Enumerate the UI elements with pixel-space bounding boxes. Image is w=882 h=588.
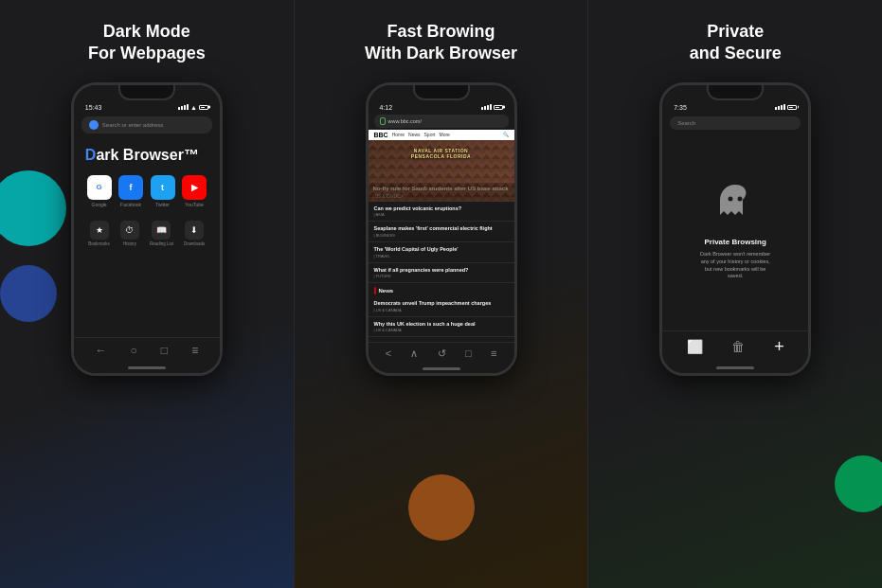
app-icon-twitter[interactable]: t Twitter <box>151 175 175 207</box>
phone-notch-2 <box>413 85 470 100</box>
phone-screen-1: 15:43 ▲ Search or enter <box>74 85 220 373</box>
status-icons-3 <box>775 104 797 110</box>
accent-circle-teal2 <box>835 455 882 512</box>
panel-dark-mode: Dark Mode For Webpages 15:43 ▲ <box>0 0 294 588</box>
bookmarks-label: Bookmarks <box>88 241 110 246</box>
news-item-0[interactable]: Can we predict volcanic eruptions? | ASI… <box>369 202 514 223</box>
news-section-label: News <box>379 288 394 294</box>
accent-circle-teal <box>0 170 66 246</box>
google-app-icon: G <box>87 175 112 200</box>
phone-notch-1 <box>118 85 175 100</box>
google-icon <box>89 120 99 130</box>
reading-list-icon: 📖 <box>152 221 171 240</box>
home-indicator-3 <box>716 366 754 369</box>
downloads-icon: ⬇ <box>185 221 204 240</box>
bookmarks-icon: ★ <box>90 221 109 240</box>
menu-icon-2[interactable]: ≡ <box>491 347 496 360</box>
tabs-icon-2[interactable]: □ <box>465 347 472 360</box>
refresh-icon-2[interactable]: ↺ <box>438 347 446 360</box>
twitter-app-icon: t <box>151 175 175 200</box>
status-icons-1: ▲ <box>178 104 208 111</box>
news-item-3[interactable]: What if all pregnancies were planned? | … <box>369 263 514 284</box>
back-icon-2[interactable]: < <box>386 347 391 360</box>
phone-mockup-2: 4:12 www.bbc.com/ <box>366 82 517 376</box>
app-icon-youtube[interactable]: ▶ YouTube <box>182 175 207 207</box>
battery-icon-2 <box>494 105 503 110</box>
home-indicator-1 <box>128 366 166 369</box>
back-icon[interactable]: ← <box>95 344 106 357</box>
news-item-2[interactable]: The 'World Capital of Ugly People' | TRA… <box>369 242 514 263</box>
panel-3-heading: Private and Secure <box>690 21 782 65</box>
panel-3-heading-line2: and Secure <box>690 44 782 62</box>
url-bar[interactable]: www.bbc.com/ <box>374 115 509 128</box>
phone-mockup-1: 15:43 ▲ Search or enter <box>71 82 223 376</box>
menu-icon[interactable]: ≡ <box>191 344 198 357</box>
app-icon-facebook[interactable]: f Facebook <box>118 175 143 207</box>
svg-point-0 <box>729 197 733 202</box>
brand-d-letter: D <box>85 147 97 163</box>
forward-icon-2[interactable]: ∧ <box>410 347 418 360</box>
youtube-label: YouTube <box>185 202 204 207</box>
url-text: www.bbc.com/ <box>388 118 422 124</box>
youtube-app-icon: ▶ <box>182 175 207 200</box>
lock-icon <box>380 117 386 125</box>
facebook-label: Facebook <box>120 202 141 207</box>
panel-1-heading-line1: Dark Mode <box>103 22 190 41</box>
news-section-item-0[interactable]: Democrats unveil Trump impeachment charg… <box>369 296 514 317</box>
status-time-1: 15:43 <box>85 104 102 111</box>
news-list: Can we predict volcanic eruptions? | ASI… <box>369 202 514 342</box>
phone-notch-3 <box>707 85 764 100</box>
news-headline-1: Seaplane makes 'first' commercial electr… <box>374 225 509 232</box>
private-browsing-desc: Dark Browser won't rememberany of your h… <box>700 251 770 280</box>
bottom-bar-1: ← ○ □ ≡ <box>74 337 220 363</box>
news-headline-3: What if all pregnancies were planned? <box>374 267 509 274</box>
panel-2-heading: Fast Browing With Dark Browser <box>365 21 517 65</box>
brand-rest: ark Browser™ <box>96 147 199 163</box>
phone-mockup-3: 7:35 Search <box>659 82 811 376</box>
bottom-bar-3: ⬜ 🗑 + <box>662 330 808 363</box>
signal-icon-2 <box>481 104 492 110</box>
news-section-item-1[interactable]: Why this UK election is such a huge deal… <box>369 317 514 338</box>
panel-1-heading: Dark Mode For Webpages <box>88 21 206 65</box>
add-tab-icon[interactable]: + <box>774 337 784 357</box>
news-section-tag-1: | US & CANADA <box>374 328 509 332</box>
wifi-icon: ▲ <box>190 104 197 111</box>
bbc-nav-more[interactable]: More <box>439 132 449 137</box>
downloads-label: Downloads <box>184 241 205 246</box>
history-tool[interactable]: ⏱ History <box>120 221 139 246</box>
bbc-nav-sport[interactable]: Sport <box>424 132 436 137</box>
search-bar-3[interactable]: Search <box>670 116 801 130</box>
app-icon-google[interactable]: G Google <box>87 175 112 207</box>
accent-circle-orange <box>408 474 475 541</box>
news-section-header: News <box>369 283 514 296</box>
reading-list-tool[interactable]: 📖 Reading List <box>150 221 173 246</box>
ghost-icon <box>718 183 752 228</box>
bookmarks-tool[interactable]: ★ Bookmarks <box>88 221 110 246</box>
private-browsing-title: Private Browsing <box>704 238 765 246</box>
news-section-headline-1: Why this UK election is such a huge deal <box>374 321 509 328</box>
news-tag-1: | BUSINESS <box>374 233 509 238</box>
bbc-nav-home[interactable]: Home <box>392 132 405 137</box>
panel-2-heading-line2: With Dark Browser <box>365 44 517 62</box>
bbc-nav-news[interactable]: News <box>408 132 421 137</box>
news-tag-0: | ASIA <box>374 212 509 217</box>
brand-logo: Dark Browser™ <box>74 137 220 169</box>
facebook-app-icon: f <box>118 175 143 200</box>
tabs-icon[interactable]: □ <box>161 344 168 357</box>
search-bar-1[interactable]: Search or enter address <box>81 116 212 134</box>
news-item-1[interactable]: Seaplane makes 'first' commercial electr… <box>369 222 514 242</box>
news-tag-2: | TRAVEL <box>374 254 509 258</box>
home-icon[interactable]: ○ <box>130 344 136 357</box>
trash-icon[interactable]: 🗑 <box>731 339 745 354</box>
private-main: Private Browsing Dark Browser won't reme… <box>662 134 808 330</box>
downloads-tool[interactable]: ⬇ Downloads <box>184 221 205 246</box>
section-bar <box>374 287 376 294</box>
private-tab-icon[interactable]: ⬜ <box>687 339 703 354</box>
history-icon: ⏱ <box>120 221 139 240</box>
battery-icon-3 <box>787 105 797 110</box>
accent-circle-blue <box>0 265 57 322</box>
search-nav-icon[interactable]: 🔍 <box>503 132 509 137</box>
hero-sign: NAVAL AIR STATIONPENSACOLA FLORIDA <box>411 148 471 160</box>
status-bar-2: 4:12 <box>369 100 514 113</box>
panel-1-heading-line2: For Webpages <box>88 44 206 62</box>
